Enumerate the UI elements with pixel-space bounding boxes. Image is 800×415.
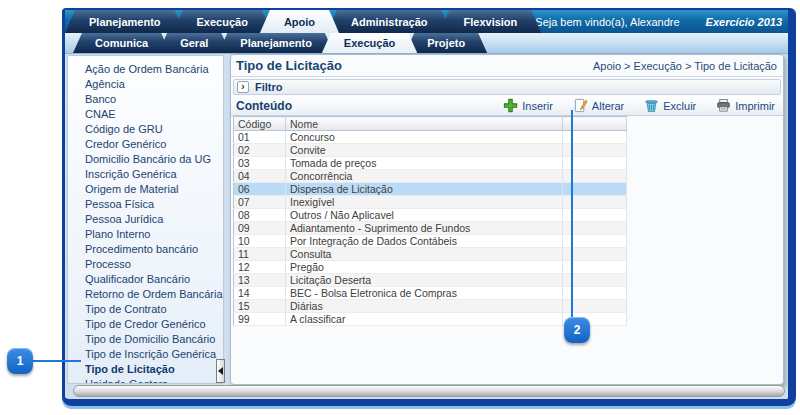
primary-tab-apoio[interactable]: Apoio <box>260 10 339 33</box>
sidebar-item-unidade-gestora[interactable]: Unidade Gestora <box>68 377 223 384</box>
sidebar-item-inscricao-generica[interactable]: Inscrição Genérica <box>68 167 223 182</box>
sidebar-collapse-handle[interactable] <box>216 359 225 383</box>
filter-expand-button[interactable]: › <box>237 81 249 93</box>
cell-nome: Tomada de preços <box>286 157 563 170</box>
cell-codigo: 99 <box>234 313 286 326</box>
column-header-nome[interactable]: Nome <box>286 117 563 131</box>
table-row-01[interactable]: 01Concurso <box>234 131 627 144</box>
cell-codigo: 15 <box>234 300 286 313</box>
cell-nome: A classificar <box>286 313 563 326</box>
excluir-button[interactable]: Excluir <box>644 98 696 113</box>
app-window: PlanejamentoExecuçãoApoioAdministraçãoFl… <box>62 8 796 406</box>
sidebar-item-credor-generico[interactable]: Credor Genérico <box>68 137 223 152</box>
sidebar-item-retorno-de-ordem-bancaria[interactable]: Retorno de Ordem Bancária <box>68 287 223 302</box>
sidebar-menu: Ação de Ordem BancáriaAgênciaBancoCNAECó… <box>67 55 224 384</box>
cell-codigo: 12 <box>234 261 286 274</box>
cell-nome: Consulta <box>286 248 563 261</box>
secondary-tab-geral[interactable]: Geral <box>158 33 230 53</box>
secondary-tab-execucao[interactable]: Execução <box>322 33 417 53</box>
cell-nome: Dispensa de Licitação <box>286 183 563 196</box>
cell-codigo: 03 <box>234 157 286 170</box>
imprimir-button[interactable]: Imprimir <box>716 98 775 113</box>
cell-nome: Convite <box>286 144 563 157</box>
sidebar-item-codigo-de-gru[interactable]: Código de GRU <box>68 122 223 137</box>
table-row-04[interactable]: 04Concorrência <box>234 170 627 183</box>
table-row-03[interactable]: 03Tomada de preços <box>234 157 627 170</box>
inserir-button[interactable]: Inserir <box>503 98 553 113</box>
table-row-08[interactable]: 08Outros / Não Aplicavel <box>234 209 627 222</box>
table-row-02[interactable]: 02Convite <box>234 144 627 157</box>
cell-codigo: 14 <box>234 287 286 300</box>
sidebar-item-tipo-de-domicilio-bancario[interactable]: Tipo de Domicilio Bancário <box>68 332 223 347</box>
table-row-14[interactable]: 14BEC - Bolsa Eletronica de Compras <box>234 287 627 300</box>
sidebar-item-tipo-de-licitacao[interactable]: Tipo de Licitação <box>68 362 223 377</box>
tool-label-inserir: Inserir <box>522 100 553 112</box>
sidebar-item-pessoa-juridica[interactable]: Pessoa Jurídica <box>68 212 223 227</box>
sidebar-item-tipo-de-contrato[interactable]: Tipo de Contrato <box>68 302 223 317</box>
sidebar-item-origem-de-material[interactable]: Origem de Material <box>68 182 223 197</box>
section-label: Conteúdo <box>236 99 292 113</box>
sidebar-item-domicilio-bancario-da-ug[interactable]: Domicilio Bancário da UG <box>68 152 223 167</box>
breadcrumb: Apoio > Execução > Tipo de Licitação <box>593 60 777 72</box>
secondary-tab-projeto[interactable]: Projeto <box>405 33 487 53</box>
tool-label-imprimir: Imprimir <box>735 100 775 112</box>
secondary-tab-planejamento[interactable]: Planejamento <box>218 33 334 53</box>
exercise-label: Exercício 2013 <box>706 16 782 28</box>
page-title: Tipo de Licitação <box>236 58 342 73</box>
tool-label-alterar: Alterar <box>592 100 624 112</box>
table-row-12[interactable]: 12Pregão <box>234 261 627 274</box>
table-row-07[interactable]: 07Inexigível <box>234 196 627 209</box>
cell-codigo: 08 <box>234 209 286 222</box>
sidebar-item-plano-interno[interactable]: Plano Interno <box>68 227 223 242</box>
sidebar-item-agencia[interactable]: Agência <box>68 77 223 92</box>
cell-codigo: 10 <box>234 235 286 248</box>
table-row-09[interactable]: 09Adiantamento - Suprimento de Fundos <box>234 222 627 235</box>
content-header: Tipo de Licitação Apoio > Execução > Tip… <box>231 55 783 77</box>
sidebar-item-pessoa-fisica[interactable]: Pessoa Física <box>68 197 223 212</box>
table-row-15[interactable]: 15Diárias <box>234 300 627 313</box>
edit-icon <box>573 98 588 113</box>
content-section-bar: Conteúdo InserirAlterarExcluirImprimir <box>231 96 783 116</box>
cell-codigo: 02 <box>234 144 286 157</box>
callout-1-number: 1 <box>17 354 24 368</box>
licitacao-table: CódigoNome01Concurso02Convite03Tomada de… <box>233 116 627 326</box>
primary-tab-flexvision[interactable]: Flexvision <box>440 10 542 33</box>
sidebar-item-procedimento-bancario[interactable]: Procedimento bancário <box>68 242 223 257</box>
cell-nome: Concurso <box>286 131 563 144</box>
status-bar <box>73 385 785 397</box>
sidebar-item-tipo-de-credor-generico[interactable]: Tipo de Credor Genérico <box>68 317 223 332</box>
primary-tabs: PlanejamentoExecuçãoApoioAdministraçãoFl… <box>65 10 535 33</box>
primary-tab-execucao[interactable]: Execução <box>173 10 272 33</box>
table-row-10[interactable]: 10Por Integração de Dados Contábeis <box>234 235 627 248</box>
sidebar-item-tipo-de-inscricao-generica[interactable]: Tipo de Inscrição Genérica <box>68 347 223 362</box>
welcome-text: Seja bem vindo(a), Alexandre <box>535 16 679 28</box>
alterar-button[interactable]: Alterar <box>573 98 624 113</box>
primary-nav-bar: PlanejamentoExecuçãoApoioAdministraçãoFl… <box>65 10 788 33</box>
cell-codigo: 11 <box>234 248 286 261</box>
primary-tab-administracao[interactable]: Administração <box>327 10 451 33</box>
secondary-tab-comunica[interactable]: Comunica <box>73 33 170 53</box>
trash-icon <box>644 98 659 113</box>
cell-nome: Concorrência <box>286 170 563 183</box>
sidebar-item-processo[interactable]: Processo <box>68 257 223 272</box>
cell-nome: Diárias <box>286 300 563 313</box>
cell-codigo: 06 <box>234 183 286 196</box>
table-row-11[interactable]: 11Consulta <box>234 248 627 261</box>
table-row-13[interactable]: 13Licitação Deserta <box>234 274 627 287</box>
cell-codigo: 04 <box>234 170 286 183</box>
callout-2-number: 2 <box>574 323 581 337</box>
sidebar-item-qualificador-bancario[interactable]: Qualificador Bancário <box>68 272 223 287</box>
column-header-codigo[interactable]: Código <box>234 117 286 131</box>
sidebar-item-cnae[interactable]: CNAE <box>68 107 223 122</box>
sidebar-item-acao-de-ordem-bancaria[interactable]: Ação de Ordem Bancária <box>68 62 223 77</box>
collapse-left-icon <box>218 367 223 375</box>
printer-icon <box>716 98 731 113</box>
record-toolbar: InserirAlterarExcluirImprimir <box>503 98 775 113</box>
plus-icon <box>503 98 518 113</box>
welcome-area: Seja bem vindo(a), Alexandre Exercício 2… <box>535 10 792 33</box>
secondary-tabs: ComunicaGeralPlanejamentoExecuçãoProjeto <box>65 33 481 53</box>
table-row-06[interactable]: 06Dispensa de Licitação <box>234 183 627 196</box>
sidebar-item-banco[interactable]: Banco <box>68 92 223 107</box>
primary-tab-planejamento[interactable]: Planejamento <box>65 10 185 33</box>
cell-codigo: 13 <box>234 274 286 287</box>
